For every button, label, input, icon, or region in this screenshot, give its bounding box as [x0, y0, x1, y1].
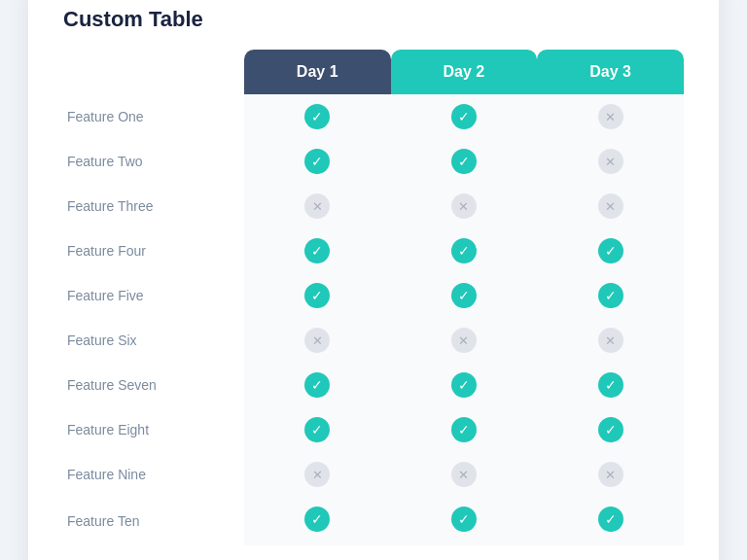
- cross-icon: ✕: [304, 462, 330, 487]
- empty-header: [63, 50, 244, 94]
- comparison-table: Day 1 Day 2 Day 3 Feature One✓✓✕Feature …: [63, 50, 684, 545]
- table-row: Feature Six✕✕✕: [63, 318, 684, 363]
- feature-name-cell: Feature Eight: [63, 407, 244, 452]
- table-row: Feature Eight✓✓✓: [63, 407, 684, 452]
- check-icon: ✓: [598, 238, 623, 263]
- page-title: Custom Table: [63, 7, 684, 32]
- feature-name-cell: Feature Three: [63, 184, 244, 228]
- feature-name-cell: Feature Two: [63, 139, 244, 184]
- cell-day1-row7: ✓: [244, 407, 391, 452]
- check-icon: ✓: [598, 283, 623, 308]
- check-icon: ✓: [304, 238, 330, 263]
- check-icon: ✓: [304, 507, 330, 532]
- cell-day3-row8: ✕: [537, 452, 684, 497]
- feature-name-cell: Feature Seven: [63, 363, 244, 407]
- check-icon: ✓: [304, 417, 330, 442]
- table-wrap: Day 1 Day 2 Day 3 Feature One✓✓✕Feature …: [63, 50, 684, 545]
- cell-day3-row1: ✕: [537, 139, 684, 184]
- feature-name-cell: Feature Six: [63, 318, 244, 363]
- cell-day2-row2: ✕: [391, 184, 538, 228]
- table-row: Feature Nine✕✕✕: [63, 452, 684, 497]
- cross-icon: ✕: [598, 149, 623, 174]
- feature-name-cell: Feature Four: [63, 228, 244, 273]
- check-icon: ✓: [451, 238, 477, 263]
- check-icon: ✓: [598, 417, 623, 442]
- cross-icon: ✕: [598, 193, 623, 219]
- cell-day1-row9: ✓: [244, 497, 391, 545]
- check-icon: ✓: [451, 417, 477, 442]
- check-icon: ✓: [451, 104, 477, 129]
- cell-day1-row5: ✕: [244, 318, 391, 363]
- cell-day2-row0: ✓: [391, 94, 538, 139]
- table-row: Feature Three✕✕✕: [63, 184, 684, 228]
- feature-name-cell: Feature Nine: [63, 452, 244, 497]
- cell-day2-row7: ✓: [391, 407, 538, 452]
- cell-day1-row0: ✓: [244, 94, 391, 139]
- feature-name-cell: Feature One: [63, 94, 244, 139]
- cell-day3-row6: ✓: [537, 363, 684, 407]
- cross-icon: ✕: [451, 462, 477, 487]
- check-icon: ✓: [451, 372, 477, 398]
- custom-table-card: Custom Table Day 1 Day 2 Day 3 Feature O…: [28, 0, 719, 560]
- check-icon: ✓: [598, 507, 623, 532]
- cross-icon: ✕: [598, 104, 623, 129]
- cell-day2-row5: ✕: [391, 318, 538, 363]
- cross-icon: ✕: [451, 193, 477, 219]
- cell-day1-row2: ✕: [244, 184, 391, 228]
- cell-day2-row9: ✓: [391, 497, 538, 545]
- cell-day3-row3: ✓: [537, 228, 684, 273]
- cell-day3-row5: ✕: [537, 318, 684, 363]
- column-header-day2: Day 2: [391, 50, 538, 94]
- cell-day1-row3: ✓: [244, 228, 391, 273]
- table-row: Feature Ten✓✓✓: [63, 497, 684, 545]
- cell-day1-row1: ✓: [244, 139, 391, 184]
- cross-icon: ✕: [304, 328, 330, 353]
- check-icon: ✓: [451, 507, 477, 532]
- cell-day3-row2: ✕: [537, 184, 684, 228]
- column-header-day3: Day 3: [537, 50, 684, 94]
- cross-icon: ✕: [598, 328, 623, 353]
- check-icon: ✓: [451, 283, 477, 308]
- cell-day2-row3: ✓: [391, 228, 538, 273]
- check-icon: ✓: [304, 149, 330, 174]
- cell-day1-row4: ✓: [244, 273, 391, 318]
- cross-icon: ✕: [304, 193, 330, 219]
- feature-name-cell: Feature Ten: [63, 497, 244, 545]
- check-icon: ✓: [304, 104, 330, 129]
- cell-day1-row6: ✓: [244, 363, 391, 407]
- table-row: Feature Two✓✓✕: [63, 139, 684, 184]
- cell-day2-row8: ✕: [391, 452, 538, 497]
- cell-day3-row4: ✓: [537, 273, 684, 318]
- cell-day2-row1: ✓: [391, 139, 538, 184]
- check-icon: ✓: [304, 283, 330, 308]
- cell-day3-row9: ✓: [537, 497, 684, 545]
- table-row: Feature Five✓✓✓: [63, 273, 684, 318]
- cell-day2-row4: ✓: [391, 273, 538, 318]
- cell-day3-row7: ✓: [537, 407, 684, 452]
- cross-icon: ✕: [598, 462, 623, 487]
- table-row: Feature One✓✓✕: [63, 94, 684, 139]
- check-icon: ✓: [451, 149, 477, 174]
- table-row: Feature Four✓✓✓: [63, 228, 684, 273]
- cell-day2-row6: ✓: [391, 363, 538, 407]
- check-icon: ✓: [598, 372, 623, 398]
- column-header-day1: Day 1: [244, 50, 391, 94]
- cell-day3-row0: ✕: [537, 94, 684, 139]
- cross-icon: ✕: [451, 328, 477, 353]
- check-icon: ✓: [304, 372, 330, 398]
- table-row: Feature Seven✓✓✓: [63, 363, 684, 407]
- feature-name-cell: Feature Five: [63, 273, 244, 318]
- cell-day1-row8: ✕: [244, 452, 391, 497]
